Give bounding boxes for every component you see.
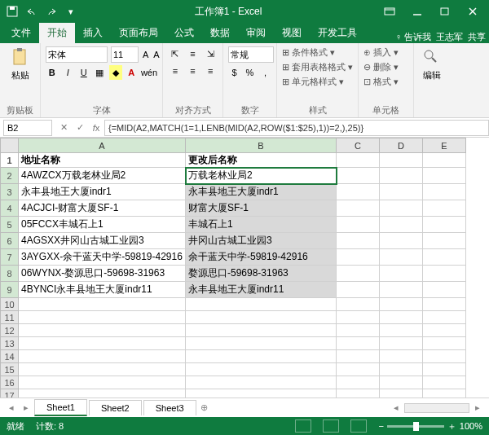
hscroll-left[interactable]: ◂ bbox=[390, 402, 403, 415]
cell[interactable] bbox=[337, 363, 380, 376]
align-middle-button[interactable]: ≡ bbox=[186, 46, 200, 61]
row-header[interactable]: 1 bbox=[1, 153, 19, 168]
name-box[interactable]: B2 bbox=[3, 120, 52, 136]
minimize-button[interactable] bbox=[404, 2, 430, 21]
zoom-slider[interactable] bbox=[387, 425, 444, 428]
font-color-button[interactable]: A bbox=[126, 65, 139, 80]
tab-home[interactable]: 开始 bbox=[39, 23, 75, 43]
confirm-entry-button[interactable]: ✓ bbox=[72, 120, 88, 136]
cell[interactable] bbox=[337, 350, 380, 363]
insert-function-button[interactable]: fx bbox=[88, 120, 104, 136]
tab-insert[interactable]: 插入 bbox=[75, 23, 111, 43]
cell[interactable] bbox=[337, 266, 380, 282]
col-header-B[interactable]: B bbox=[186, 138, 337, 153]
sheet-nav-prev[interactable]: ◂ bbox=[5, 402, 18, 415]
align-center-button[interactable]: ≡ bbox=[186, 64, 200, 78]
new-sheet-button[interactable]: ⊕ bbox=[198, 402, 211, 415]
formula-bar[interactable]: {=MID(A2,MATCH(1=1,LENB(MID(A2,ROW($1:$2… bbox=[104, 120, 489, 136]
cell[interactable] bbox=[380, 168, 423, 184]
cell[interactable] bbox=[380, 217, 423, 233]
cell[interactable] bbox=[337, 389, 380, 398]
col-header-C[interactable]: C bbox=[337, 138, 380, 153]
cell[interactable] bbox=[380, 337, 423, 350]
cell[interactable] bbox=[337, 153, 380, 168]
cell[interactable] bbox=[423, 376, 466, 389]
delete-cells-button[interactable]: ⊖ 删除 ▾ bbox=[363, 61, 408, 73]
percent-button[interactable]: % bbox=[244, 65, 256, 80]
zoom-in-button[interactable]: ＋ bbox=[447, 420, 456, 433]
cell[interactable] bbox=[423, 350, 466, 363]
align-bottom-button[interactable]: ⇲ bbox=[203, 46, 218, 61]
cell[interactable]: 余干蓝天中学-59819-42916 bbox=[186, 249, 337, 266]
cell[interactable] bbox=[186, 350, 337, 363]
sheet-tab-2[interactable]: Sheet2 bbox=[89, 400, 142, 415]
view-layout-button[interactable] bbox=[323, 419, 339, 433]
format-cells-button[interactable]: ⊡ 格式 ▾ bbox=[363, 76, 408, 88]
cell[interactable]: 更改后名称 bbox=[186, 153, 337, 168]
redo-button[interactable] bbox=[42, 2, 60, 20]
qat-more-icon[interactable]: ▾ bbox=[62, 2, 80, 20]
row-header[interactable]: 3 bbox=[1, 184, 19, 200]
col-header-E[interactable]: E bbox=[423, 138, 466, 153]
tab-data[interactable]: 数据 bbox=[202, 23, 238, 43]
cell[interactable] bbox=[423, 233, 466, 249]
row-header[interactable]: 9 bbox=[1, 282, 19, 298]
cell[interactable]: 永丰县地王大厦indr11 bbox=[186, 282, 337, 298]
cell[interactable] bbox=[380, 184, 423, 200]
cell[interactable]: 4AWZCX万载老林业局2 bbox=[19, 168, 186, 184]
cell[interactable]: 永丰县地王大厦indr1 bbox=[19, 184, 186, 200]
shrink-font-button[interactable]: A bbox=[152, 47, 160, 62]
row-header[interactable]: 2 bbox=[1, 168, 19, 184]
cell[interactable]: 地址名称 bbox=[19, 153, 186, 168]
cell[interactable] bbox=[380, 324, 423, 337]
cell-styles-button[interactable]: ⊞ 单元格样式 ▾ bbox=[282, 76, 353, 88]
cell[interactable] bbox=[380, 311, 423, 324]
cell[interactable] bbox=[337, 200, 380, 217]
grow-font-button[interactable]: A bbox=[142, 47, 149, 62]
cell[interactable] bbox=[423, 363, 466, 376]
phonetic-button[interactable]: wén bbox=[141, 65, 157, 80]
cell[interactable] bbox=[337, 217, 380, 233]
cell[interactable] bbox=[19, 363, 186, 376]
cell[interactable] bbox=[423, 282, 466, 298]
cell[interactable] bbox=[380, 249, 423, 266]
tab-dev[interactable]: 开发工具 bbox=[310, 23, 365, 43]
cell[interactable]: 4ACJCI-财富大厦SF-1 bbox=[19, 200, 186, 217]
cell[interactable] bbox=[337, 184, 380, 200]
comma-button[interactable]: , bbox=[259, 65, 271, 80]
cell[interactable] bbox=[337, 298, 380, 311]
cell[interactable]: 财富大厦SF-1 bbox=[186, 200, 337, 217]
cell[interactable] bbox=[186, 324, 337, 337]
cell[interactable] bbox=[380, 200, 423, 217]
row-header[interactable]: 12 bbox=[1, 324, 19, 337]
cell[interactable] bbox=[423, 337, 466, 350]
cell[interactable]: 4BYNCI永丰县地王大厦indr11 bbox=[19, 282, 186, 298]
cell[interactable] bbox=[380, 363, 423, 376]
fill-color-button[interactable]: ◆ bbox=[109, 65, 122, 80]
cond-format-button[interactable]: ⊞ 条件格式 ▾ bbox=[282, 46, 353, 59]
cell[interactable] bbox=[380, 266, 423, 282]
sheet-tab-3[interactable]: Sheet3 bbox=[143, 400, 196, 415]
tab-review[interactable]: 审阅 bbox=[238, 23, 274, 43]
row-header[interactable]: 15 bbox=[1, 363, 19, 376]
cell[interactable] bbox=[337, 376, 380, 389]
user-name[interactable]: 王志军 bbox=[436, 31, 463, 43]
tab-file[interactable]: 文件 bbox=[3, 23, 39, 43]
cell[interactable] bbox=[19, 311, 186, 324]
cell[interactable] bbox=[380, 389, 423, 398]
cell[interactable] bbox=[19, 337, 186, 350]
underline-button[interactable]: U bbox=[77, 65, 90, 80]
save-button[interactable] bbox=[3, 2, 21, 20]
cell[interactable]: 井冈山古城工业园3 bbox=[186, 233, 337, 249]
cell[interactable] bbox=[337, 249, 380, 266]
paste-button[interactable]: 粘贴 bbox=[5, 46, 35, 83]
col-header-D[interactable]: D bbox=[380, 138, 423, 153]
tell-me-input[interactable]: ♀ 告诉我 bbox=[395, 31, 431, 43]
undo-button[interactable] bbox=[23, 2, 41, 20]
font-name-select[interactable] bbox=[46, 46, 108, 63]
currency-button[interactable]: $ bbox=[228, 65, 240, 80]
cell[interactable]: 4AGSXX井冈山古城工业园3 bbox=[19, 233, 186, 249]
cell[interactable]: 丰城石上1 bbox=[186, 217, 337, 233]
cell[interactable] bbox=[423, 184, 466, 200]
cell[interactable] bbox=[19, 324, 186, 337]
